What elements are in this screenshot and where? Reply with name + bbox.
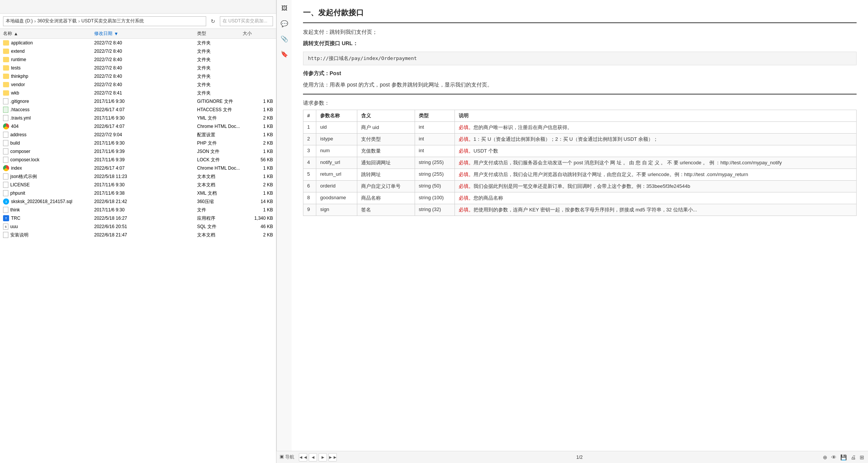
file-date: 2017/11/6 9:30	[94, 115, 197, 121]
address-bar: 本地磁盘 (D:) › 360安全浏览器下载 › USDT买卖交易加三方支付系统…	[0, 14, 276, 29]
file-list: application 2022/7/2 8:40 文件夹 extend 202…	[0, 39, 276, 463]
file-type: YML 文件	[197, 115, 243, 121]
file-date: 2017/11/6 9:38	[94, 191, 197, 196]
param-desc: 必填。您的商品名称	[455, 192, 857, 204]
list-item[interactable]: 3 sksksk_20220618_214157.sql 2022/6/18 2…	[0, 197, 276, 206]
list-item[interactable]: index 2022/6/17 4:07 Chrome HTML Doc... …	[0, 164, 276, 172]
header-name[interactable]: 名称 ▲	[3, 30, 94, 37]
file-type: 文件夹	[197, 40, 243, 46]
list-item[interactable]: S uuu 2022/6/16 20:51 SQL 文件 46 KB	[0, 222, 276, 231]
file-name: composer.lock	[10, 157, 39, 162]
header-type[interactable]: 类型	[197, 30, 243, 37]
list-item[interactable]: composer.lock 2017/11/6 9:39 LOCK 文件 56 …	[0, 156, 276, 164]
file-icon	[3, 140, 8, 146]
list-item[interactable]: vendor 2022/7/2 8:40 文件夹	[0, 80, 276, 89]
list-item[interactable]: application 2022/7/2 8:40 文件夹	[0, 39, 276, 47]
nav-prev-button[interactable]: ◄	[309, 453, 317, 461]
file-type: XML 文档	[197, 190, 243, 197]
table-row: 5return_url跳转网址string (255)必填。用户支付成功后，我们…	[303, 169, 857, 180]
file-name: think	[10, 207, 20, 213]
nav-first-button[interactable]: ◄◄	[299, 453, 307, 461]
image-icon[interactable]: 🖼	[279, 3, 290, 14]
path-part2: 360安全浏览器下载	[37, 18, 77, 24]
list-item[interactable]: 404 2022/6/17 4:07 Chrome HTML Doc... 1 …	[0, 122, 276, 131]
list-item[interactable]: .travis.yml 2017/11/6 9:30 YML 文件 2 KB	[0, 114, 276, 122]
file-icon	[3, 115, 8, 121]
file-size: 1 KB	[243, 124, 273, 129]
required-label: 必填。	[459, 160, 473, 165]
list-item[interactable]: phpunit 2017/11/6 9:38 XML 文档 1 KB	[0, 189, 276, 197]
list-item[interactable]: LICENSE 2017/11/6 9:30 文本文档 2 KB	[0, 181, 276, 189]
bookmark-icon[interactable]: 🔖	[279, 49, 290, 59]
save-icon[interactable]: 💾	[840, 454, 847, 461]
file-date: 2022/7/2 8:40	[94, 57, 197, 62]
file-type: Chrome HTML Doc...	[197, 165, 243, 171]
search-input[interactable]: 在 USDT买卖交易加...	[220, 16, 273, 26]
view-icon[interactable]: 👁	[830, 454, 837, 461]
expand-icon[interactable]: ⊞	[859, 454, 865, 461]
file-type: 文件夹	[197, 65, 243, 71]
file-icon	[3, 157, 8, 163]
list-item[interactable]: tests 2022/7/2 8:40 文件夹	[0, 64, 276, 72]
sort-arrow-date-icon: ▼	[114, 31, 118, 36]
file-type: 360压缩	[197, 198, 243, 205]
nav-label: ▣ 导航	[279, 454, 294, 460]
file-date: 2022/5/18 16:27	[94, 216, 197, 221]
comment-icon[interactable]: 💬	[279, 18, 290, 29]
list-item[interactable]: thinkphp 2022/7/2 8:40 文件夹	[0, 72, 276, 80]
list-item[interactable]: 安装说明 2022/6/18 21:47 文本文档 2 KB	[0, 231, 276, 239]
header-size[interactable]: 大小	[243, 30, 273, 37]
sql-icon: S	[3, 224, 8, 230]
file-name: runtime	[11, 57, 26, 62]
list-item[interactable]: think 2017/11/6 9:30 文件 1 KB	[0, 206, 276, 214]
nav-last-button[interactable]: ►►	[328, 453, 337, 461]
file-icon	[3, 182, 8, 188]
file-type: SQL 文件	[197, 224, 243, 230]
file-date: 2022/6/17 4:07	[94, 165, 197, 171]
list-item[interactable]: wkb 2022/7/2 8:41 文件夹	[0, 89, 276, 97]
table-header: 含义	[357, 110, 415, 121]
file-size: 1,340 KB	[243, 216, 273, 221]
list-item[interactable]: json格式示例 2022/5/18 11:23 文本文档 1 KB	[0, 172, 276, 181]
header-date[interactable]: 修改日期 ▼	[94, 30, 197, 37]
file-type: 文件夹	[197, 57, 243, 63]
list-item[interactable]: build 2017/11/6 9:30 PHP 文件 2 KB	[0, 139, 276, 147]
print-icon[interactable]: 🖨	[850, 454, 857, 461]
file-name: composer	[10, 149, 30, 154]
htaccess-icon	[3, 107, 8, 113]
file-type: LOCK 文件	[197, 157, 243, 163]
list-item[interactable]: extend 2022/7/2 8:40 文件夹	[0, 47, 276, 55]
chrome-icon	[3, 123, 9, 129]
param-desc: 必填。把使用到的参数，连商户 KEY 密钥一起，按参数名字母升序排列，拼接成 m…	[455, 204, 857, 216]
list-item[interactable]: .gitignore 2017/11/6 9:30 GITIGNORE 文件 1…	[0, 97, 276, 106]
address-path[interactable]: 本地磁盘 (D:) › 360安全浏览器下载 › USDT买卖交易加三方支付系统	[3, 16, 206, 26]
nav-next-button[interactable]: ►	[319, 453, 327, 461]
table-header: 参数名称	[316, 110, 357, 121]
list-item[interactable]: address 2022/7/2 9:04 配置设置 1 KB	[0, 131, 276, 139]
doc-divider	[303, 22, 857, 23]
file-type: 文件夹	[197, 48, 243, 55]
list-item[interactable]: .htaccess 2022/6/17 4:07 HTACCESS 文件 1 K…	[0, 106, 276, 114]
file-name: thinkphp	[11, 74, 28, 79]
list-item[interactable]: runtime 2022/7/2 8:40 文件夹	[0, 55, 276, 64]
file-date: 2022/7/2 8:40	[94, 82, 197, 87]
file-date: 2017/11/6 9:30	[94, 207, 197, 213]
file-size: 1 KB	[243, 132, 273, 137]
zoom-icon[interactable]: ⊕	[822, 454, 828, 461]
file-name: phpunit	[10, 191, 25, 196]
file-date: 2022/7/2 8:40	[94, 49, 197, 54]
param-desc: 必填。我们会据此判别是同一笔交单还是新订单。我们回调时，会带上这个参数。例：35…	[455, 180, 857, 192]
file-size: 56 KB	[243, 157, 273, 162]
request-params-label: 请求参数：	[303, 100, 857, 107]
file-type: 文件夹	[197, 73, 243, 80]
list-item[interactable]: composer 2017/11/6 9:39 JSON 文件 1 KB	[0, 147, 276, 156]
file-name: wkb	[11, 90, 19, 96]
file-name: sksksk_20220618_214157.sql	[11, 199, 72, 204]
sort-arrow-icon: ▲	[14, 31, 18, 36]
file-date: 2022/7/2 8:40	[94, 40, 197, 46]
refresh-button[interactable]: ↻	[208, 17, 218, 26]
table-row: 8goodsname商品名称string (100)必填。您的商品名称	[303, 192, 857, 204]
attachment-icon[interactable]: 📎	[279, 33, 290, 44]
file-name: LICENSE	[10, 182, 30, 187]
list-item[interactable]: T TRC 2022/5/18 16:27 应用程序 1,340 KB	[0, 214, 276, 222]
